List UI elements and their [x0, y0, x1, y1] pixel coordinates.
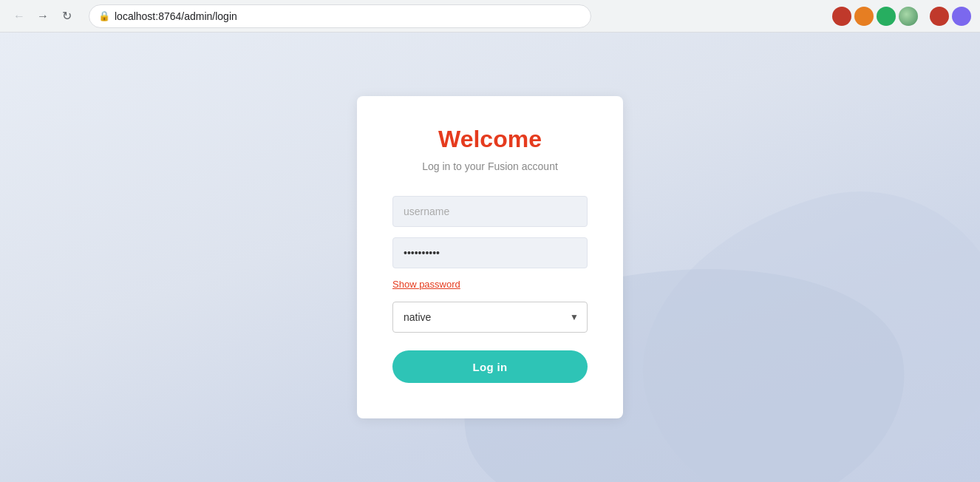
login-card: Welcome Log in to your Fusion account Sh…: [357, 96, 623, 418]
profile-circle-3: [877, 7, 896, 26]
nav-buttons: ← → ↻: [9, 6, 77, 27]
url-text: localhost:8764/admin/login: [115, 10, 237, 22]
profile-circle-6: [952, 7, 971, 26]
profile-circle-1: [832, 7, 851, 26]
card-subtitle: Log in to your Fusion account: [392, 160, 588, 172]
back-button[interactable]: ←: [9, 6, 30, 27]
password-input[interactable]: [392, 237, 588, 268]
page-background: Welcome Log in to your Fusion account Sh…: [0, 33, 980, 482]
username-input[interactable]: [392, 196, 588, 227]
profile-avatar: [899, 7, 918, 26]
login-button[interactable]: Log in: [392, 350, 588, 383]
address-bar[interactable]: 🔒 localhost:8764/admin/login: [89, 4, 591, 28]
browser-actions: [832, 7, 971, 26]
auth-method-select[interactable]: native ldap saml: [392, 302, 588, 333]
card-title: Welcome: [392, 126, 588, 153]
forward-button[interactable]: →: [33, 6, 53, 27]
show-password-button[interactable]: Show password: [392, 279, 460, 290]
lock-icon: 🔒: [98, 10, 110, 21]
reload-button[interactable]: ↻: [56, 6, 77, 27]
profile-circle-2: [854, 7, 874, 26]
browser-chrome: ← → ↻ 🔒 localhost:8764/admin/login: [0, 0, 980, 33]
profile-circle-5: [930, 7, 949, 26]
auth-method-wrapper: native ldap saml ▼: [392, 302, 588, 333]
